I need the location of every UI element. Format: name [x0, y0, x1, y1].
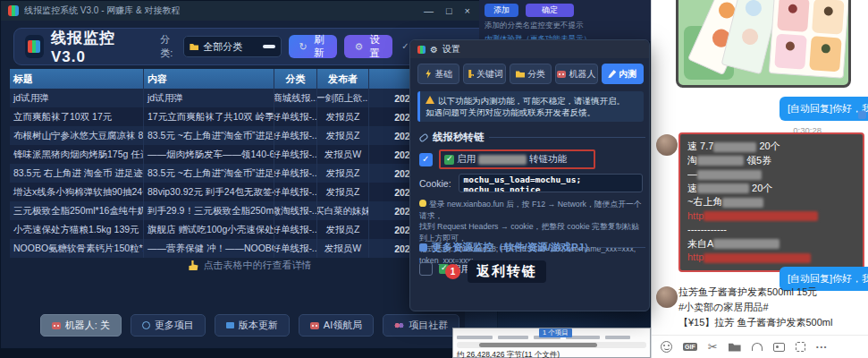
headset-icon[interactable]: [752, 343, 763, 351]
app-icon: [8, 5, 19, 16]
table-cell: ——营养保健 冲！——NOOBO ...: [144, 239, 274, 258]
message-line: http: [687, 209, 855, 224]
red-annotated-message: 速 7.7 20个淘 领5券—速 20个~右上角http------------…: [678, 132, 864, 272]
message-line: 拉芳鱼子酱膏护发素500ml 15元: [678, 285, 832, 300]
table-cell: 立而爽船袜了10双 17元: [10, 107, 144, 126]
table-cell: 83.5元 ~右上角进“淘金币”进足迹...: [144, 126, 274, 145]
table-cell: 发报员W: [317, 145, 369, 164]
table-cell: 发报员Z: [317, 164, 369, 183]
annotation-label: 返利转链: [468, 260, 546, 283]
message-line: 速 7.7 20个: [687, 140, 855, 154]
message-line: #小卖部の家居用品#: [678, 300, 832, 315]
annotation-number-badge: 1: [445, 264, 460, 279]
checkbox-enable-link-convert[interactable]: [419, 153, 433, 166]
tab-机器人[interactable]: 机器人: [555, 64, 597, 84]
censored-link: [704, 211, 818, 221]
horizontal-scrollbar[interactable]: [457, 342, 646, 348]
column-header[interactable]: 分类: [274, 69, 317, 89]
table-cell: 发报员Z: [317, 220, 369, 239]
link-icon: [418, 132, 429, 142]
footer-button-[interactable]: 更多项目: [131, 314, 206, 337]
settings-button[interactable]: ⚙ 设置: [344, 35, 393, 58]
message-line: 速 20个: [687, 182, 855, 196]
censored-text: [478, 155, 527, 165]
dialog-app-icon: [417, 46, 426, 54]
table-cell: NOOBO氨糖软骨素钙片150粒*2瓶3...: [10, 239, 144, 258]
tab-分类[interactable]: 分类: [510, 64, 552, 84]
globe-icon: [142, 321, 150, 329]
confirm-button[interactable]: 确定: [526, 4, 574, 17]
book-icon: [226, 322, 234, 328]
column-header[interactable]: 发布者: [317, 69, 369, 89]
censored-text: [722, 198, 763, 208]
table-cell: 锋味派黑猪肉烟肉烤肠175g 任选5件...: [10, 145, 144, 164]
cookie-input[interactable]: mochu_us_load=mochu_us; mochu_us_notice: [459, 174, 643, 192]
folder-icon: [516, 71, 525, 78]
more-icon[interactable]: ···: [816, 340, 828, 354]
table-cell: jd试用弹: [144, 89, 274, 107]
bolt-icon: [425, 70, 432, 79]
message-line: ~右上角: [687, 195, 855, 209]
message-line: 来自A: [687, 237, 855, 251]
beta-warning: 以下功能为内测功能，可能不稳定，请谨慎开启。 如遇问题可关闭对应功能或联系开发者…: [417, 91, 644, 122]
table-cell: 好单线报-...: [274, 239, 317, 258]
category-select[interactable]: 全部分类: [183, 36, 281, 57]
background-window-fragment: 添加 确定 添加的分类名监控变更不提示 内测体验群（更多功能未显示）: [479, 0, 651, 41]
censored-text: [697, 156, 744, 166]
avatar[interactable]: [656, 286, 678, 308]
background-caption: 添加的分类名监控变更不提示: [485, 21, 645, 31]
table-cell: 买白菜的妹妹: [317, 201, 369, 220]
footer-button-ai[interactable]: AI领航局: [299, 314, 374, 337]
frame-icon[interactable]: [796, 342, 805, 352]
message-line: 【¥15】拉芳 鱼子酱膏护发素500ml: [678, 315, 832, 330]
minimize-button[interactable]: —: [424, 5, 434, 16]
table-cell: 增达x线条小狗棉弹软抽90抽24包 ...: [10, 183, 144, 201]
table-cell: 好单线报-...: [274, 164, 317, 183]
footer-button-[interactable]: 项目社群: [383, 314, 459, 337]
column-header[interactable]: 内容: [144, 69, 274, 89]
censored-link: [704, 253, 811, 263]
refresh-button[interactable]: ↻ 刷新: [289, 35, 337, 58]
gear-icon: ⚙: [430, 45, 438, 55]
table-cell: 微淘线报-...: [274, 201, 317, 220]
tab-关键词[interactable]: 关键词: [463, 64, 505, 84]
dialog-tabs: 基础关键词分类机器人内测: [417, 64, 644, 84]
close-button[interactable]: ×: [465, 5, 470, 16]
green-check-icon: [444, 155, 454, 165]
add-button[interactable]: 添加: [485, 4, 518, 17]
table-cell: 旗舰店 赠试吃100g小壳速保处方猫粮...: [144, 220, 274, 239]
table-cell: 到手29.9！三元极致全脂250ml*16...: [144, 201, 274, 220]
scissors-icon[interactable]: ✂: [708, 340, 718, 354]
refresh-icon: ↻: [299, 41, 308, 53]
table-cell: 88vip30.92元 到手24包无敌签4.48...: [144, 183, 274, 201]
smiley-icon[interactable]: [661, 341, 672, 353]
footer-button-[interactable]: 版本更新: [215, 314, 290, 337]
gif-icon[interactable]: GIF: [683, 343, 697, 351]
bulb-icon: [419, 200, 426, 207]
chat-toolbar: GIF✂···: [652, 335, 868, 358]
product-message: 拉芳鱼子酱膏护发素500ml 15元#小卖部の家居用品#【¥15】拉芳 鱼子酱膏…: [678, 285, 832, 330]
dialog-title: 设置: [442, 43, 460, 55]
avatar[interactable]: [656, 134, 678, 156]
image-icon[interactable]: [773, 343, 785, 352]
chevron-down-icon: [263, 45, 275, 48]
table-cell: 好单线报-...: [274, 220, 317, 239]
warning-icon: [426, 96, 434, 104]
enable-link-convert-row: 启用 转链功能: [419, 149, 595, 169]
message-line: 淘 领5券: [687, 154, 855, 168]
section-link-convert: 线报秒转链: [419, 131, 645, 144]
checkbox-enable-more-monitor[interactable]: [419, 262, 433, 276]
folder-icon[interactable]: [729, 343, 741, 352]
censored-text: [713, 239, 780, 249]
explorer-status-text: 约 26,428,426 字节(11 个文件): [457, 350, 646, 358]
dialog-titlebar: ⚙ 设置: [410, 40, 649, 58]
tab-内测[interactable]: 内测: [602, 64, 644, 84]
footer-button-[interactable]: 机器人: 关: [40, 314, 122, 337]
column-header[interactable]: 标题: [10, 69, 144, 89]
maximize-button[interactable]: □: [446, 5, 452, 16]
product-image[interactable]: [676, 0, 851, 88]
multi-select-icon[interactable]: [858, 111, 866, 119]
tab-基础[interactable]: 基础: [417, 64, 459, 84]
table-cell: 83.5元 ~右上角进“淘金币”进足迹...: [144, 164, 274, 183]
table-cell: 17元立而爽船袜了共10双 岭季怯后石...: [144, 107, 274, 126]
